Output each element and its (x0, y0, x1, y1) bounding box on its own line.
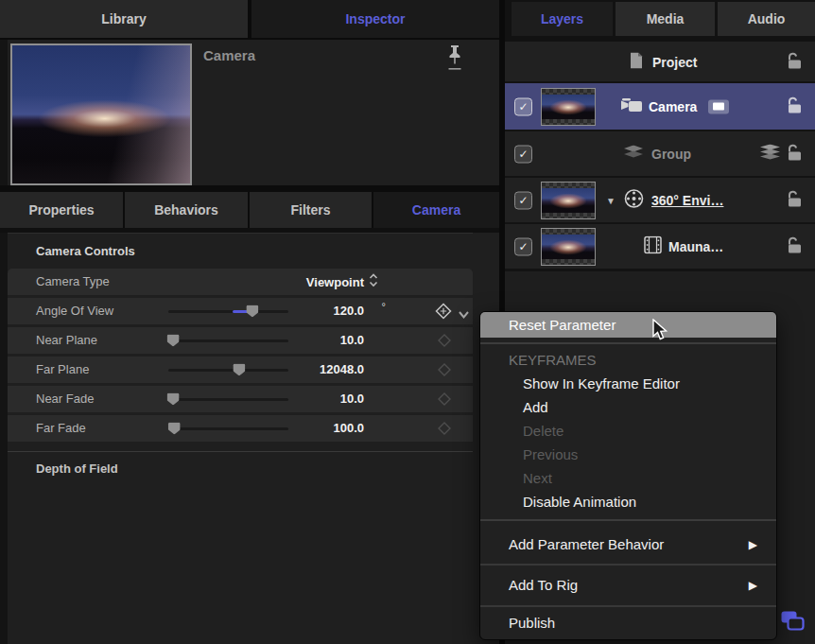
menu-item-reset-parameter[interactable]: Reset Parameter (480, 312, 776, 338)
menu-item-delete: Delete (480, 419, 776, 443)
layer-checkbox[interactable]: ✓ (514, 145, 532, 163)
menu-item-next: Next (480, 466, 776, 490)
layer-name[interactable]: 360° Envi… (651, 193, 723, 208)
slider-thumb[interactable] (168, 423, 181, 435)
lock-open-icon[interactable] (787, 189, 804, 211)
camera-preview-thumbnail (10, 44, 192, 185)
menu-item-show-in-keyframe-editor[interactable]: Show In Keyframe Editor (480, 372, 776, 395)
keyframe-diamond-icon[interactable] (438, 392, 451, 406)
thumbnail-image (542, 235, 595, 259)
layer-checkbox[interactable]: ✓ (514, 237, 532, 255)
far-plane-row: Far Plane 12048.0 (8, 357, 473, 383)
layer-badge-icon[interactable] (708, 99, 729, 113)
layer-name[interactable]: Mauna… (668, 239, 723, 254)
content-top-line (8, 233, 473, 234)
layer-row-project[interactable]: Project (505, 44, 815, 81)
preview-image (12, 45, 190, 183)
tab-inspector[interactable]: Inspector (251, 0, 499, 38)
near-fade-row: Near Fade 10.0 (8, 386, 473, 412)
menu-separator (480, 519, 776, 521)
layer-row-mauna[interactable]: ✓ Mauna… (505, 224, 815, 269)
tab-layers[interactable]: Layers (512, 2, 613, 36)
submenu-arrow-icon: ▶ (749, 526, 757, 564)
layer-name[interactable]: Project (652, 55, 697, 70)
tab-properties[interactable]: Properties (0, 192, 123, 228)
far-fade-label: Far Fade (36, 415, 86, 442)
right-tab-bar: Layers Media Audio (505, 0, 815, 42)
camera-controls-header: Camera Controls (36, 244, 135, 258)
lock-open-icon[interactable] (787, 52, 804, 74)
stacked-rectangles-icon[interactable] (779, 609, 806, 634)
far-plane-label: Far Plane (36, 357, 89, 383)
thumbnail-image (542, 95, 595, 119)
angle-of-view-label: Angle Of View (36, 298, 113, 324)
left-tab-bar: Library Inspector (0, 0, 499, 40)
depth-of-field-header[interactable]: Depth of Field (36, 461, 118, 476)
lock-open-icon[interactable] (787, 96, 804, 117)
menu-item-add-to-rig[interactable]: Add To Rig ▶ (480, 566, 776, 605)
sphere-360-icon (624, 188, 644, 212)
menu-item-previous: Previous (480, 443, 776, 466)
camera-type-row: Camera Type Viewpoint (8, 269, 473, 295)
motion-inspector-window: Library Inspector Camera Properties Beha… (0, 0, 815, 644)
slider-thumb[interactable] (167, 393, 180, 406)
layer-row-360-environment[interactable]: ✓ ▼ 360° Envi… (505, 178, 815, 222)
layer-name[interactable]: Group (651, 147, 691, 162)
inspector-panel: Library Inspector Camera Properties Beha… (0, 0, 499, 644)
inspector-header: Camera (0, 40, 499, 185)
layer-thumbnail (541, 182, 596, 219)
layer-thumbnail (541, 88, 596, 126)
layer-row-camera[interactable]: ✓ Camera (505, 83, 815, 130)
far-fade-value[interactable]: 100.0 (244, 415, 364, 442)
angle-of-view-value[interactable]: 120.0 (244, 298, 364, 324)
layer-stack-icon (760, 144, 780, 164)
menu-item-add-parameter-behavior[interactable]: Add Parameter Behavior ▶ (480, 526, 776, 564)
section-divider (8, 451, 473, 452)
filmstrip-icon (644, 235, 662, 257)
near-plane-value[interactable]: 10.0 (244, 327, 364, 354)
layer-checkbox[interactable]: ✓ (514, 191, 532, 209)
camera-type-popup[interactable]: Viewpoint (306, 269, 378, 295)
far-plane-value[interactable]: 12048.0 (244, 357, 364, 383)
thumbnail-image (542, 188, 595, 213)
popup-arrows-icon (369, 273, 378, 291)
tab-filters[interactable]: Filters (250, 192, 372, 228)
menu-item-add[interactable]: Add (480, 395, 776, 419)
keyframe-context-menu: Reset Parameter KEYFRAMES Show In Keyfra… (479, 311, 777, 640)
tab-audio[interactable]: Audio (718, 2, 815, 36)
layer-row-group[interactable]: ✓ Group (505, 131, 815, 176)
near-fade-value[interactable]: 10.0 (244, 386, 364, 412)
keyframe-diamond-icon[interactable] (438, 363, 451, 376)
far-fade-row: Far Fade 100.0 (8, 415, 473, 442)
disclosure-triangle-icon[interactable]: ▼ (606, 195, 616, 205)
keyframe-diamond-icon[interactable] (438, 334, 451, 347)
menu-item-publish[interactable]: Publish (480, 607, 776, 639)
mouse-cursor-icon (650, 319, 669, 341)
near-fade-label: Near Fade (36, 386, 94, 412)
menu-item-disable-animation[interactable]: Disable Animation (480, 490, 776, 514)
lock-open-icon[interactable] (787, 235, 804, 257)
tab-behaviors[interactable]: Behaviors (125, 192, 248, 228)
slider-thumb[interactable] (167, 335, 180, 347)
menu-item-label: Add To Rig (509, 577, 578, 593)
video-camera-icon (619, 97, 644, 116)
lock-open-icon[interactable] (787, 143, 804, 165)
tab-media[interactable]: Media (616, 2, 715, 36)
pin-icon[interactable] (442, 44, 467, 76)
layer-name[interactable]: Camera (649, 99, 697, 114)
angle-of-view-row: Angle Of View 120.0 ° (8, 298, 473, 324)
header-divider (0, 185, 499, 192)
tab-camera[interactable]: Camera (373, 192, 499, 228)
menu-item-label: Add Parameter Behavior (509, 536, 664, 552)
camera-type-value: Viewpoint (306, 275, 364, 289)
menu-header-keyframes: KEYFRAMES (480, 349, 776, 372)
layer-checkbox[interactable]: ✓ (514, 97, 532, 115)
layer-thumbnail (541, 228, 596, 266)
add-keyframe-icon[interactable] (435, 303, 452, 320)
keyframe-diamond-icon[interactable] (438, 422, 451, 435)
near-plane-label: Near Plane (36, 327, 97, 354)
keyframe-menu-chevron-icon[interactable] (458, 306, 470, 316)
angle-of-view-unit: ° (382, 301, 386, 312)
tab-library[interactable]: Library (0, 0, 248, 38)
menu-separator (480, 342, 776, 344)
